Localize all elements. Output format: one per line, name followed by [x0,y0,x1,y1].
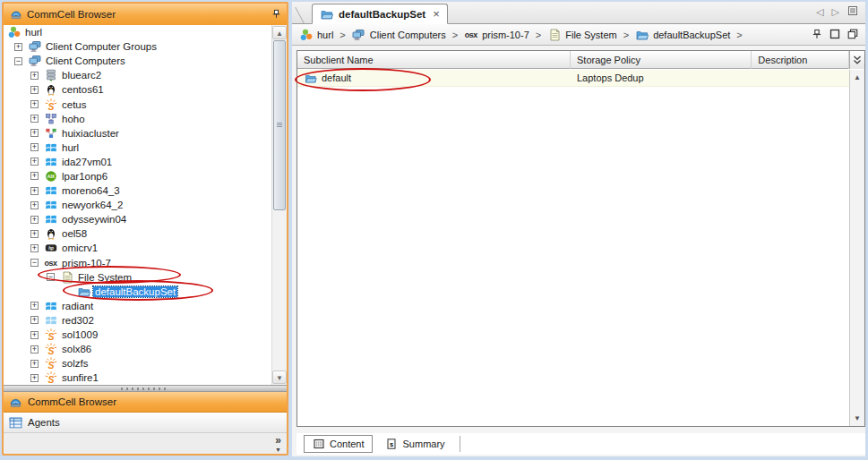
expand-icon[interactable]: + [30,100,39,108]
nav-back-icon[interactable]: ◁ [816,6,823,18]
osx-icon: osx [44,257,57,269]
pin-icon[interactable] [812,29,822,41]
expand-icon[interactable]: + [30,345,39,354]
expand-icon[interactable]: + [30,129,39,137]
expand-icon[interactable]: + [30,230,39,238]
collapse-icon[interactable]: − [47,273,55,281]
expand-icon[interactable]: + [30,316,39,324]
tree-item-hurl[interactable]: hurl [4,25,271,39]
restore-icon[interactable] [847,29,858,41]
scroll-down-icon[interactable]: ▼ [852,414,863,422]
subclient-name-cell: default [297,70,571,86]
tree-item-red302[interactable]: +red302 [4,313,271,328]
expand-icon[interactable]: + [30,201,39,209]
tree-item-centos61[interactable]: +centos61 [4,82,271,97]
expand-icon[interactable]: + [30,302,39,310]
sun-icon: S [44,343,57,355]
monitors-icon [28,40,41,53]
accordion-item-agents[interactable]: Agents [4,413,287,433]
tree-item-radiant[interactable]: +radiant [4,299,271,313]
view-tab-summary[interactable]: sSummary [378,435,452,453]
breadcrumb-item-prism-10-7[interactable]: osxprism-10-7 [464,29,529,41]
expand-icon[interactable]: + [30,244,39,252]
tree-item-defaultbackupset[interactable]: defaultBackupSet [4,285,271,299]
accordion-label: CommCell Browser [28,396,116,407]
breadcrumb-item-file-system[interactable]: File System [547,29,616,41]
expand-icon[interactable]: + [30,158,39,166]
scroll-up-icon[interactable]: ▲ [272,26,287,39]
collapse-icon[interactable]: − [30,259,39,267]
tree-item-huixiacluster[interactable]: +huixiacluster [4,126,271,141]
tree-item-sol1009[interactable]: +Ssol1009 [4,328,271,342]
tree-viewport: hurl+Client Computer Groups−Client Compu… [4,25,287,385]
tab-defaultbackupset[interactable]: defaultBackupSet × [312,4,448,24]
expand-icon[interactable]: + [14,43,22,51]
column-chooser-button[interactable] [849,51,864,69]
breadcrumb-item-client-computers[interactable]: Client Computers [352,29,446,41]
tree-item-cetus[interactable]: +Scetus [4,97,271,111]
breadcrumb-item-defaultbackupset[interactable]: defaultBackupSet [635,29,730,41]
tree-item-odysseywin04[interactable]: +odysseywin04 [4,212,271,226]
scroll-up-icon[interactable]: ▲ [852,73,863,81]
commcell-icon [9,396,22,408]
scroll-down-icon[interactable]: ▼ [272,371,287,384]
tree-item-solx86[interactable]: +Ssolx86 [4,342,271,356]
tree-item-newyork64-2[interactable]: +newyork64_2 [4,198,271,212]
expand-icon[interactable]: + [30,115,39,123]
tree-item-hoho[interactable]: +hoho [4,112,271,126]
expand-icon[interactable]: + [30,187,39,195]
monitors-icon [28,55,41,67]
sun-icon: S [44,98,57,111]
expand-icon[interactable]: + [30,331,39,339]
accordion-item-commcell-browser[interactable]: CommCell Browser [4,392,287,413]
tree-item-file-system[interactable]: −File System [4,270,271,285]
panel-splitter[interactable] [4,385,287,392]
expand-icon[interactable]: + [30,172,39,180]
maximize-icon[interactable] [829,29,840,41]
collapse-icon[interactable]: − [14,57,22,65]
tab-list-icon[interactable] [847,5,858,18]
tree-item-lpar1onp6[interactable]: +AIXlpar1onp6 [4,169,271,183]
expand-icon[interactable]: + [30,72,39,80]
nav-forward-icon[interactable]: ▷ [832,6,839,18]
tree-item-prism-10-7[interactable]: −osxprism-10-7 [4,256,271,270]
expand-icon[interactable]: + [30,360,39,368]
column-header-subclient-name[interactable]: Subclient Name [297,51,571,69]
svg-text:S: S [47,331,54,341]
tree-scrollbar-thumb[interactable] [273,40,286,210]
more-panels-button[interactable]: » ▼ [275,437,281,454]
cluster-icon [44,113,57,125]
table-body: defaultLaptops Dedup [297,70,849,426]
tree-item-ida27vm01[interactable]: +ida27vm01 [4,155,271,169]
view-tab-content[interactable]: Content [304,435,373,453]
tree-item-label: sol1009 [60,329,99,340]
tree-item-sunfire1[interactable]: +Ssunfire1 [4,371,271,385]
breadcrumb-window-controls [812,29,858,41]
table-row-default[interactable]: defaultLaptops Dedup [297,70,849,87]
tree-item-omicrv1[interactable]: +hpomicrv1 [4,241,271,255]
expand-icon[interactable]: + [30,216,39,224]
close-tab-icon[interactable]: × [433,9,440,19]
column-header-description[interactable]: Description [752,51,849,69]
tree-scrollbar[interactable]: ▲ ▼ [271,25,287,385]
tree-item-label: newyork64_2 [60,200,125,210]
expand-icon[interactable]: + [30,374,39,382]
tree-item-solzfs[interactable]: +Ssolzfs [4,356,271,371]
svg-text:S: S [47,374,54,384]
tree-item-bluearc2[interactable]: +bluearc2 [4,68,271,82]
tree-item-moreno64-3[interactable]: +moreno64_3 [4,183,271,198]
expand-icon[interactable]: + [30,143,39,151]
breadcrumb-item-hurl[interactable]: hurl [299,29,333,41]
expand-icon[interactable]: + [30,86,39,94]
table-header-row: Subclient NameStorage PolicyDescription [297,51,849,69]
tree-item-client-computer-groups[interactable]: +Client Computer Groups [4,39,271,54]
tree-item-hurl[interactable]: +hurl [4,141,271,155]
pin-icon[interactable] [271,9,281,21]
table-scrollbar[interactable]: ▲ ▼ [849,70,864,426]
tree-item-client-computers[interactable]: −Client Computers [4,54,271,68]
content-area: defaultBackupSet × ◁ ▷ hurl>Client Compu… [292,2,865,456]
tree-item-oel58[interactable]: +oel58 [4,226,271,241]
column-header-storage-policy[interactable]: Storage Policy [571,51,752,69]
commcell-browser-header[interactable]: CommCell Browser [4,4,287,25]
document-icon [60,271,73,284]
